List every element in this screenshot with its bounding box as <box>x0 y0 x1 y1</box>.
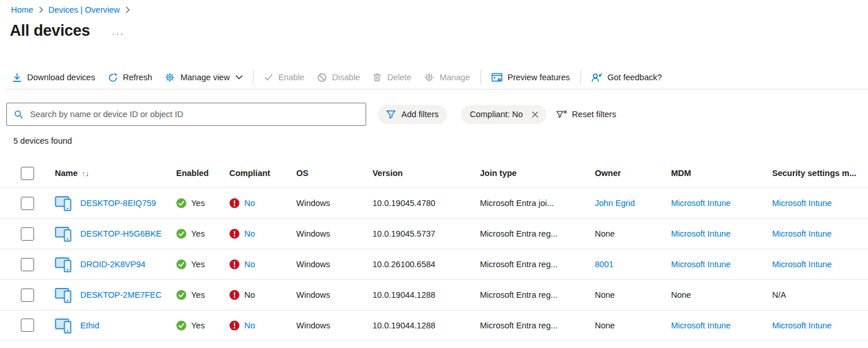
version-value: 10.0.19045.4780 <box>372 199 480 208</box>
toolbar-divider <box>253 70 254 85</box>
column-header-mdm: MDM <box>671 169 772 178</box>
owner-value: None <box>595 321 615 330</box>
table-row: DESKTOP-H5G6BKE Yes No Windows 10.0.1904… <box>0 218 868 249</box>
compliant-no-icon <box>229 259 240 270</box>
os-value: Windows <box>296 229 372 238</box>
enable-button: Enable <box>258 67 311 88</box>
mdm-value[interactable]: Microsoft Intune <box>671 321 731 330</box>
mdm-value[interactable]: Microsoft Intune <box>671 260 731 269</box>
refresh-button[interactable]: Refresh <box>102 67 159 88</box>
column-header-compliant: Compliant <box>229 169 296 178</box>
filter-chip-compliant-no[interactable]: Compliant: No <box>461 105 546 124</box>
mdm-value[interactable]: Microsoft Intune <box>671 229 731 238</box>
column-header-os: OS <box>296 169 372 178</box>
security-settings-value[interactable]: Microsoft Intune <box>772 260 832 269</box>
security-settings-value[interactable]: Microsoft Intune <box>772 229 832 238</box>
version-value: 10.0.19045.5737 <box>372 229 480 238</box>
owner-value[interactable]: 8001 <box>595 260 613 269</box>
device-icon <box>55 225 74 242</box>
join-type-value: Microsoft Entra reg... <box>480 321 595 330</box>
version-value: 10.0.19044.1288 <box>372 321 480 330</box>
os-value: Windows <box>296 321 372 330</box>
download-devices-button[interactable]: Download devices <box>6 67 102 88</box>
select-all-checkbox[interactable] <box>21 167 34 180</box>
column-header-join-type: Join type <box>480 169 595 178</box>
device-icon <box>55 286 74 304</box>
compliant-no-icon <box>229 229 240 239</box>
toolbar-divider <box>480 70 481 85</box>
gear-icon <box>165 72 175 83</box>
compliant-value[interactable]: No <box>244 199 255 208</box>
column-header-owner: Owner <box>595 169 671 178</box>
reset-filters-button[interactable]: Reset filters <box>556 110 616 119</box>
compliant-value[interactable]: No <box>244 321 255 330</box>
security-settings-value[interactable]: Microsoft Intune <box>772 321 832 330</box>
sort-icon: ↑↓ <box>82 169 90 178</box>
join-type-value: Microsoft Entra reg... <box>480 260 595 269</box>
join-type-value: Microsoft Entra reg... <box>480 229 595 238</box>
block-icon <box>317 73 327 83</box>
got-feedback-button[interactable]: Got feedback? <box>585 67 668 88</box>
compliant-no-icon <box>229 290 240 300</box>
funnel-x-icon <box>556 110 567 119</box>
security-settings-value: N/A <box>772 290 786 300</box>
join-type-value: Microsoft Entra joi... <box>480 199 595 208</box>
manage-button: Manage <box>418 67 476 88</box>
chevron-right-icon <box>125 6 130 13</box>
close-icon[interactable] <box>531 110 539 119</box>
delete-button: Delete <box>366 67 418 88</box>
owner-value: None <box>595 229 615 238</box>
chevron-right-icon <box>39 6 43 13</box>
breadcrumb-devices-overview-link[interactable]: Devices | Overview <box>49 5 120 14</box>
page-title: All devices <box>10 22 90 40</box>
refresh-icon <box>108 73 118 83</box>
compliant-value: No <box>244 290 255 300</box>
mdm-value: None <box>671 290 691 300</box>
table-row: Ethid Yes No Windows 10.0.19044.1288 Mic… <box>0 310 868 340</box>
join-type-value: Microsoft Entra reg... <box>480 290 595 300</box>
results-count: 5 devices found <box>13 136 72 145</box>
enabled-yes-icon <box>176 259 187 270</box>
row-checkbox[interactable] <box>21 258 34 271</box>
column-header-enabled: Enabled <box>176 169 229 178</box>
search-icon <box>14 110 23 119</box>
compliant-value[interactable]: No <box>244 260 255 269</box>
preview-features-button[interactable]: Preview features <box>485 67 576 88</box>
check-icon <box>264 73 273 82</box>
row-checkbox[interactable] <box>21 289 34 302</box>
compliant-no-icon <box>229 320 240 331</box>
table-header-row: Name ↑↓ Enabled Compliant OS Version Joi… <box>0 159 868 188</box>
device-name-link[interactable]: DESKTOP-H5G6BKE <box>80 229 162 238</box>
enabled-yes-icon <box>176 290 187 300</box>
device-name-link[interactable]: DESKTOP-2ME7FEC <box>80 290 162 300</box>
device-name-link[interactable]: DESKTOP-8EIQ759 <box>80 199 156 208</box>
device-name-link[interactable]: Ethid <box>80 321 99 330</box>
chevron-down-icon <box>236 75 243 80</box>
security-settings-value[interactable]: Microsoft Intune <box>772 199 832 208</box>
version-value: 10.0.19044.1288 <box>372 290 480 300</box>
more-menu-button[interactable]: ··· <box>112 28 124 38</box>
table-row: DESKTOP-2ME7FEC Yes No Windows 10.0.1904… <box>0 279 868 310</box>
manage-view-button[interactable]: Manage view <box>158 67 248 88</box>
owner-value[interactable]: John Egrid <box>595 199 635 208</box>
row-checkbox[interactable] <box>21 319 34 332</box>
feedback-person-icon <box>591 73 602 83</box>
preview-features-icon <box>491 73 502 83</box>
column-header-name[interactable]: Name ↑↓ <box>55 169 176 178</box>
device-icon <box>55 256 74 273</box>
breadcrumb-home-link[interactable]: Home <box>11 5 33 14</box>
compliant-value[interactable]: No <box>244 229 255 238</box>
command-bar: Download devices Refresh Manage view Ena… <box>5 66 868 89</box>
search-input[interactable] <box>29 109 359 119</box>
column-header-security: Security settings m... <box>772 169 868 178</box>
mdm-value[interactable]: Microsoft Intune <box>671 199 731 208</box>
os-value: Windows <box>296 260 372 269</box>
row-checkbox[interactable] <box>21 227 34 241</box>
add-filters-button[interactable]: Add filters <box>378 105 447 124</box>
breadcrumb: Home Devices | Overview <box>11 5 130 14</box>
trash-icon <box>372 73 382 82</box>
row-checkbox[interactable] <box>21 197 34 210</box>
enabled-yes-icon <box>176 320 187 331</box>
device-name-link[interactable]: DROID-2K8VP94 <box>80 260 146 269</box>
toolbar-divider <box>580 70 581 85</box>
